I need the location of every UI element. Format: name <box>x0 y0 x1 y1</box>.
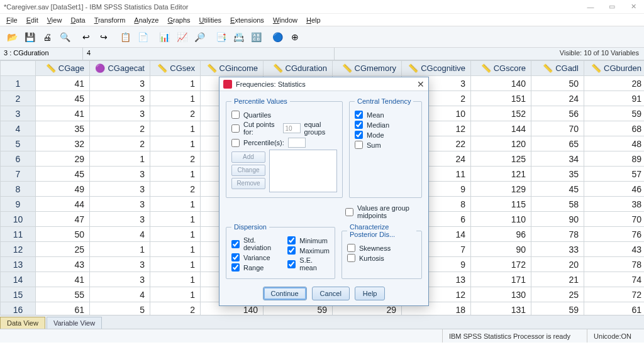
menu-utilities[interactable]: Utilities <box>199 16 221 24</box>
cell[interactable]: 45 <box>531 182 584 197</box>
cell[interactable]: 96 <box>471 227 531 242</box>
col-cgcognitive[interactable]: 📏CGcognitive <box>402 61 471 76</box>
toolbar-btn-8[interactable]: 📊 <box>156 29 172 45</box>
cell[interactable]: 76 <box>584 227 645 242</box>
cell[interactable]: 78 <box>584 257 645 272</box>
col-cgduration[interactable]: 📏CGduration <box>264 61 333 76</box>
menu-edit[interactable]: Edit <box>26 16 38 24</box>
cell[interactable]: 50 <box>531 76 584 91</box>
row-header[interactable]: 11 <box>1 227 36 242</box>
cell[interactable]: 28 <box>584 76 645 91</box>
cell[interactable]: 74 <box>584 272 645 287</box>
btn-add[interactable]: Add <box>231 151 265 163</box>
cell[interactable]: 129 <box>471 182 531 197</box>
menu-file[interactable]: File <box>6 16 18 24</box>
col-cgscore[interactable]: 📏CGscore <box>471 61 531 76</box>
col-cgincome[interactable]: 📏CGincome <box>201 61 264 76</box>
cell[interactable]: 90 <box>471 242 531 257</box>
cell[interactable]: 29 <box>36 151 90 167</box>
cell[interactable]: 72 <box>584 287 645 302</box>
cell[interactable]: 43 <box>584 242 645 257</box>
col-cgsex[interactable]: 📏CGsex <box>150 61 201 76</box>
toolbar-btn-14[interactable]: 🔵 <box>269 29 286 45</box>
cell[interactable]: 140 <box>471 76 531 91</box>
toolbar-btn-5[interactable]: ↪ <box>96 29 112 45</box>
cell[interactable]: 90 <box>531 212 584 227</box>
chk-mean[interactable] <box>355 111 363 119</box>
col-cgburden[interactable]: 📏CGburden <box>584 61 645 76</box>
cell[interactable]: 41 <box>36 76 90 91</box>
cell[interactable]: 70 <box>531 121 584 136</box>
cell[interactable]: 48 <box>584 136 645 151</box>
cell[interactable]: 58 <box>531 197 584 212</box>
btn-remove[interactable]: Remove <box>231 178 265 189</box>
cell[interactable]: 59 <box>531 302 584 315</box>
cell[interactable]: 1 <box>150 227 201 242</box>
row-header[interactable]: 7 <box>1 167 36 182</box>
cell[interactable]: 56 <box>531 106 584 121</box>
col-cgmemory[interactable]: 📏CGmemory <box>333 61 402 76</box>
cell[interactable]: 121 <box>471 167 531 182</box>
cell[interactable]: 2 <box>150 182 201 197</box>
cancel-button[interactable]: Cancel <box>312 287 350 300</box>
cell[interactable]: 41 <box>36 106 90 121</box>
cell[interactable]: 3 <box>90 76 150 91</box>
cell[interactable]: 57 <box>584 167 645 182</box>
chk-min[interactable] <box>287 236 296 244</box>
row-header[interactable]: 12 <box>1 242 36 257</box>
row-header[interactable]: 8 <box>1 182 36 197</box>
toolbar-btn-11[interactable]: 📑 <box>213 29 229 45</box>
chk-mode[interactable] <box>355 131 363 139</box>
cell[interactable]: 4 <box>90 227 150 242</box>
cell[interactable]: 44 <box>36 197 90 212</box>
toolbar-btn-6[interactable]: 📋 <box>117 29 133 45</box>
cell[interactable]: 41 <box>36 272 90 287</box>
cell[interactable]: 172 <box>471 257 531 272</box>
col-cgage[interactable]: 📏CGage <box>36 61 90 76</box>
chk-std[interactable] <box>231 240 240 248</box>
chk-quartiles[interactable] <box>231 111 240 119</box>
cell[interactable]: 61 <box>584 302 645 315</box>
cell[interactable]: 49 <box>36 182 90 197</box>
cell[interactable]: 125 <box>471 151 531 167</box>
window-maximize[interactable]: ▭ <box>605 3 619 11</box>
menu-data[interactable]: Data <box>70 16 85 24</box>
row-header[interactable]: 1 <box>1 76 36 91</box>
dialog-close-icon[interactable]: ✕ <box>417 79 425 89</box>
chk-cutpoints[interactable] <box>231 124 240 133</box>
cell[interactable]: 1 <box>150 121 201 136</box>
cell[interactable]: 3 <box>90 167 150 182</box>
row-header[interactable]: 2 <box>1 91 36 106</box>
row-header[interactable]: 9 <box>1 197 36 212</box>
menu-analyze[interactable]: Analyze <box>134 16 158 24</box>
chk-range[interactable] <box>231 263 240 272</box>
toolbar-btn-1[interactable]: 💾 <box>21 29 38 45</box>
cell[interactable]: 3 <box>90 106 150 121</box>
cell[interactable]: 171 <box>471 272 531 287</box>
cell[interactable]: 3 <box>90 197 150 212</box>
cell[interactable]: 3 <box>90 257 150 272</box>
cell[interactable]: 25 <box>531 287 584 302</box>
cell[interactable]: 33 <box>531 242 584 257</box>
row-header[interactable]: 5 <box>1 136 36 151</box>
chk-max[interactable] <box>287 246 296 255</box>
cell[interactable]: 1 <box>150 242 201 257</box>
chk-percentiles[interactable] <box>231 139 240 147</box>
cell[interactable]: 45 <box>36 167 90 182</box>
cell[interactable]: 25 <box>36 242 90 257</box>
input-cutpoints[interactable] <box>283 123 301 133</box>
chk-kurtosis[interactable] <box>347 254 355 262</box>
cell[interactable]: 151 <box>471 91 531 106</box>
cell[interactable]: 2 <box>150 151 201 167</box>
cell[interactable]: 130 <box>471 287 531 302</box>
cell[interactable]: 91 <box>584 91 645 106</box>
cell[interactable]: 68 <box>584 121 645 136</box>
chk-skewness[interactable] <box>347 244 355 252</box>
cell[interactable]: 89 <box>584 151 645 167</box>
toolbar-btn-15[interactable]: ⊕ <box>287 29 303 45</box>
cell[interactable]: 1 <box>150 287 201 302</box>
toolbar-btn-4[interactable]: ↩ <box>78 29 94 45</box>
row-header[interactable]: 4 <box>1 121 36 136</box>
menu-window[interactable]: Window <box>273 16 297 24</box>
continue-button[interactable]: Continue <box>263 287 307 300</box>
